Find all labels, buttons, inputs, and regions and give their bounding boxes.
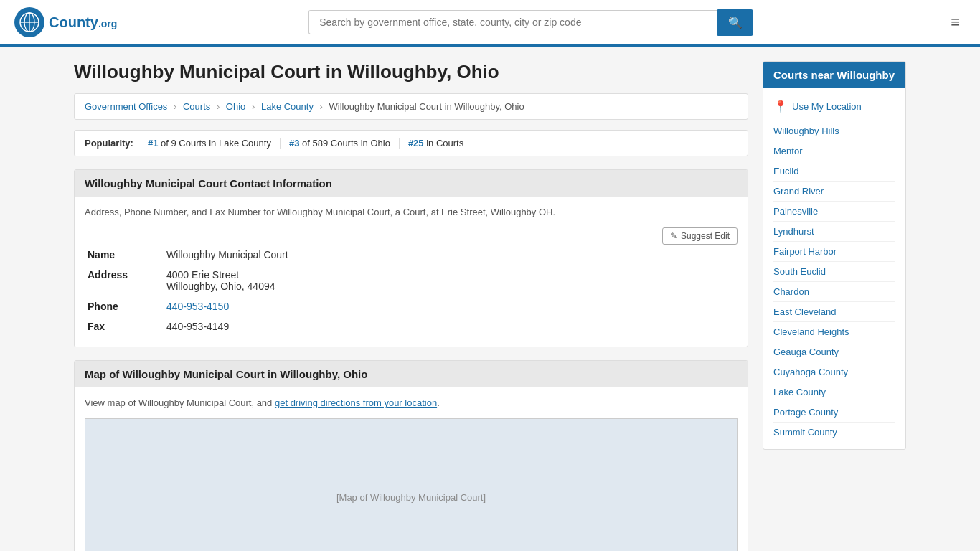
sidebar-title: Courts near Willoughby	[763, 62, 905, 88]
map-section-body: View map of Willoughby Municipal Court, …	[75, 387, 748, 551]
popularity-item-2: #3 of 589 Courts in Ohio	[281, 138, 400, 149]
sidebar-link[interactable]: Geauga County	[773, 342, 895, 362]
map-description: View map of Willoughby Municipal Court, …	[85, 397, 738, 408]
main-container: Willoughby Municipal Court in Willoughby…	[60, 47, 920, 551]
search-icon: 🔍	[728, 17, 743, 29]
breadcrumb-link-courts[interactable]: Courts	[183, 101, 210, 112]
sidebar-link[interactable]: Painesville	[773, 202, 895, 222]
breadcrumb-link-gov-offices[interactable]: Government Offices	[85, 101, 167, 112]
sidebar-link[interactable]: Mentor	[773, 141, 895, 161]
contact-description: Address, Phone Number, and Fax Number fo…	[85, 207, 738, 217]
sidebar-link[interactable]: Grand River	[773, 182, 895, 202]
table-row-name: Name Willoughby Municipal Court	[85, 245, 738, 265]
breadcrumb: Government Offices › Courts › Ohio › Lak…	[74, 93, 748, 120]
address-value: 4000 Erie Street Willoughby, Ohio, 44094	[164, 265, 738, 296]
search-bar: 🔍	[308, 9, 753, 36]
logo-icon	[14, 7, 44, 37]
driving-directions-link[interactable]: get driving directions from your locatio…	[275, 397, 437, 408]
sidebar-link[interactable]: East Cleveland	[773, 302, 895, 322]
sidebar-link[interactable]: Fairport Harbor	[773, 242, 895, 262]
edit-icon: ✎	[670, 231, 677, 241]
fax-label: Fax	[85, 316, 164, 336]
table-row-fax: Fax 440-953-4149	[85, 316, 738, 336]
sidebar-link[interactable]: Chardon	[773, 282, 895, 302]
suggest-edit-button[interactable]: ✎ Suggest Edit	[662, 227, 738, 245]
phone-link[interactable]: 440-953-4150	[166, 301, 229, 312]
popularity-item-3: #25 in Courts	[400, 138, 472, 149]
sidebar-link[interactable]: Euclid	[773, 161, 895, 182]
location-pin-icon: 📍	[773, 100, 788, 113]
table-row-address: Address 4000 Erie Street Willoughby, Ohi…	[85, 265, 738, 296]
address-label: Address	[85, 265, 164, 296]
popularity-item-1: #1 of 9 Courts in Lake County	[139, 138, 281, 149]
contact-section-header: Willoughby Municipal Court Contact Infor…	[75, 170, 748, 197]
popularity-bar: Popularity: #1 of 9 Courts in Lake Count…	[74, 130, 748, 156]
sidebar-link[interactable]: Cleveland Heights	[773, 322, 895, 342]
use-location-link[interactable]: 📍 Use My Location	[773, 95, 895, 118]
search-button[interactable]: 🔍	[717, 9, 753, 36]
fax-value: 440-953-4149	[164, 316, 738, 336]
sidebar-link[interactable]: Lake County	[773, 382, 895, 402]
breadcrumb-current: Willoughby Municipal Court in Willoughby…	[329, 101, 524, 112]
sidebar-link[interactable]: Willoughby Hills	[773, 121, 895, 141]
sidebar-body: 📍 Use My Location Willoughby HillsMentor…	[763, 88, 905, 449]
contact-section: Willoughby Municipal Court Contact Infor…	[74, 169, 748, 347]
page-title: Willoughby Municipal Court in Willoughby…	[74, 61, 748, 83]
sidebar-links: Willoughby HillsMentorEuclidGrand RiverP…	[773, 121, 895, 442]
content-area: Willoughby Municipal Court in Willoughby…	[74, 61, 748, 551]
breadcrumb-link-lake-county[interactable]: Lake County	[261, 101, 314, 112]
map-section-header: Map of Willoughby Municipal Court in Wil…	[75, 361, 748, 387]
phone-label: Phone	[85, 296, 164, 316]
map-placeholder: [Map of Willoughby Municipal Court]	[85, 418, 738, 551]
menu-icon: ≡	[951, 13, 960, 31]
map-section: Map of Willoughby Municipal Court in Wil…	[74, 360, 748, 551]
name-label: Name	[85, 245, 164, 265]
phone-value: 440-953-4150	[164, 296, 738, 316]
logo: County.org	[14, 7, 117, 37]
search-input[interactable]	[308, 10, 717, 34]
table-row-phone: Phone 440-953-4150	[85, 296, 738, 316]
contact-info-table: Name Willoughby Municipal Court Address …	[85, 245, 738, 336]
courts-near-sidebar: Courts near Willoughby 📍 Use My Location…	[763, 61, 906, 450]
popularity-label: Popularity:	[85, 138, 133, 149]
breadcrumb-link-ohio[interactable]: Ohio	[226, 101, 245, 112]
menu-button[interactable]: ≡	[945, 10, 966, 34]
logo-text: County.org	[49, 14, 117, 31]
name-value: Willoughby Municipal Court	[164, 245, 738, 265]
sidebar-link[interactable]: Cuyahoga County	[773, 362, 895, 382]
site-header: County.org 🔍 ≡	[0, 0, 980, 47]
sidebar-link[interactable]: Portage County	[773, 402, 895, 423]
sidebar-link[interactable]: South Euclid	[773, 262, 895, 282]
sidebar-link[interactable]: Lyndhurst	[773, 222, 895, 242]
sidebar-link[interactable]: Summit County	[773, 423, 895, 442]
contact-section-body: Address, Phone Number, and Fax Number fo…	[75, 197, 748, 347]
sidebar: Courts near Willoughby 📍 Use My Location…	[763, 61, 906, 551]
